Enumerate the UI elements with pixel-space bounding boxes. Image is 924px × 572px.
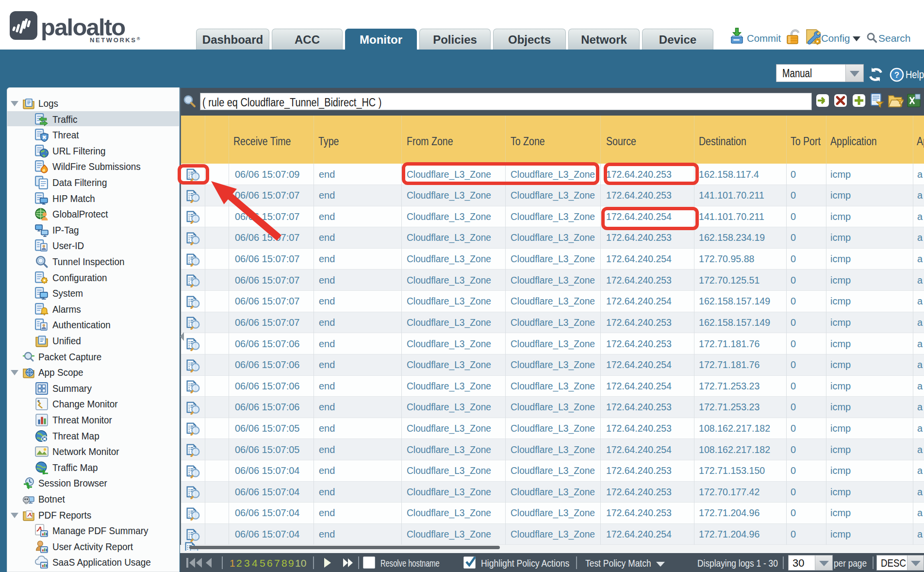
svg-text:?: ? <box>894 70 899 80</box>
